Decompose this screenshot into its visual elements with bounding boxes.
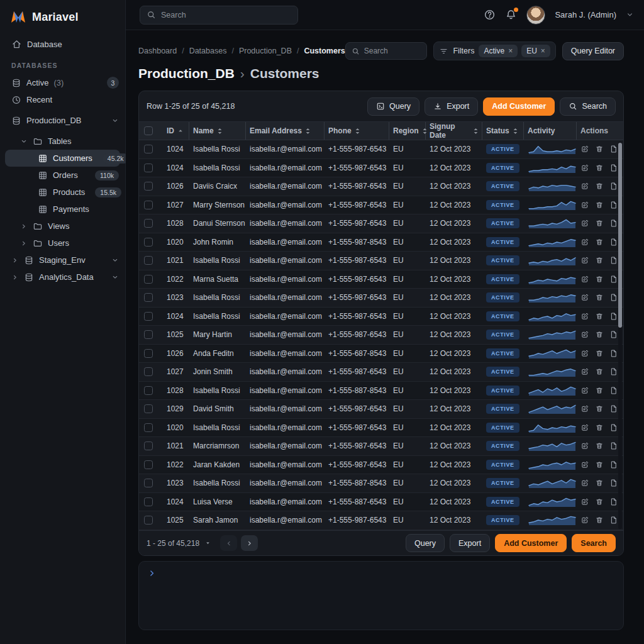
view-row-document-button[interactable]	[609, 423, 618, 432]
sort-icon[interactable]	[355, 127, 360, 135]
view-row-document-button[interactable]	[609, 330, 618, 339]
prev-page-button[interactable]	[220, 535, 237, 551]
remove-filter-icon[interactable]: ×	[508, 47, 513, 55]
search-button-footer[interactable]: Search	[572, 534, 616, 552]
view-row-document-button[interactable]	[609, 293, 618, 302]
row-checkbox[interactable]	[144, 182, 153, 191]
page-size-caret-icon[interactable]	[204, 540, 211, 547]
row-checkbox[interactable]	[144, 423, 153, 432]
table-row[interactable]: 1028Isabella Rossiisabella.r@email.com+1…	[139, 382, 623, 401]
view-row-document-button[interactable]	[609, 479, 618, 487]
view-row-document-button[interactable]	[609, 145, 618, 153]
scrollbar-thumb[interactable]	[618, 143, 622, 328]
export-button[interactable]: Export	[425, 97, 478, 116]
console-chevron-icon[interactable]	[148, 569, 614, 577]
sort-icon[interactable]	[513, 127, 518, 135]
row-checkbox[interactable]	[144, 386, 153, 395]
edit-row-button[interactable]	[580, 238, 589, 247]
sort-icon[interactable]	[217, 127, 223, 135]
row-checkbox[interactable]	[144, 479, 153, 487]
edit-row-button[interactable]	[580, 201, 589, 209]
edit-row-button[interactable]	[580, 293, 589, 302]
table-row[interactable]: 1026Daviis Craicxisabella.r@email.com+1-…	[139, 177, 623, 196]
breadcrumb-item-databases[interactable]: Databases	[189, 47, 227, 55]
table-row[interactable]: 1023Isabella Rossiisabella.r@email.com+1…	[139, 474, 623, 493]
row-checkbox[interactable]	[144, 256, 153, 265]
chevron-right-icon[interactable]	[11, 257, 19, 264]
row-checkbox[interactable]	[144, 460, 153, 469]
delete-row-button[interactable]	[595, 386, 604, 395]
column-header-phone[interactable]: Phone	[325, 122, 389, 140]
row-checkbox[interactable]	[144, 367, 153, 376]
filter-chip-active[interactable]: Active×	[479, 45, 518, 57]
query-button-footer[interactable]: Query	[406, 534, 445, 552]
sidebar-item-active[interactable]: Active (3)3	[0, 74, 125, 91]
chevron-down-icon[interactable]	[20, 138, 28, 145]
breadcrumb-item-dashboard[interactable]: Dashboard	[138, 47, 177, 55]
row-checkbox[interactable]	[144, 330, 153, 339]
delete-row-button[interactable]	[595, 441, 604, 450]
sidebar-item-payments[interactable]: Payments	[0, 201, 125, 218]
query-button[interactable]: Query	[367, 97, 419, 116]
filters-bar[interactable]: Filters Active×EU×	[433, 42, 555, 60]
delete-row-button[interactable]	[595, 460, 604, 469]
row-checkbox[interactable]	[144, 441, 153, 450]
sidebar-item-database[interactable]: Database	[0, 36, 125, 53]
select-all-checkbox[interactable]	[144, 126, 153, 135]
chevron-right-icon[interactable]	[20, 223, 28, 230]
sidebar-item-users[interactable]: Users	[0, 235, 125, 252]
chevron-right-icon[interactable]	[20, 240, 28, 247]
view-row-document-button[interactable]	[609, 201, 618, 209]
sidebar-item-views[interactable]: Views	[0, 218, 125, 235]
notifications-bell-icon[interactable]	[505, 9, 517, 21]
edit-row-button[interactable]	[580, 275, 589, 284]
global-search-input[interactable]	[161, 11, 291, 19]
edit-row-button[interactable]	[580, 312, 589, 321]
delete-row-button[interactable]	[595, 349, 604, 358]
row-checkbox[interactable]	[144, 164, 153, 172]
delete-row-button[interactable]	[595, 479, 604, 487]
delete-row-button[interactable]	[595, 330, 604, 339]
table-row[interactable]: 1026Anda Feditnisabella.r@email.com+1-55…	[139, 345, 623, 364]
avatar[interactable]	[526, 6, 545, 25]
row-checkbox[interactable]	[144, 349, 153, 358]
delete-row-button[interactable]	[595, 256, 604, 265]
row-checkbox[interactable]	[144, 404, 153, 413]
edit-row-button[interactable]	[580, 145, 589, 153]
delete-row-button[interactable]	[595, 238, 604, 247]
row-checkbox[interactable]	[144, 312, 153, 321]
sidebar-item-tables[interactable]: Tables	[0, 133, 125, 150]
edit-row-button[interactable]	[580, 423, 589, 432]
sidebar-item-production-db[interactable]: Production_DB	[0, 112, 125, 129]
edit-row-button[interactable]	[580, 460, 589, 469]
sidebar-item-recent[interactable]: Recent	[0, 91, 125, 108]
table-row[interactable]: 1023Isabella Rossiisabella.r@email.com+1…	[139, 289, 623, 308]
view-row-document-button[interactable]	[609, 275, 618, 284]
edit-row-button[interactable]	[580, 182, 589, 191]
delete-row-button[interactable]	[595, 516, 604, 525]
add-customer-button-footer[interactable]: Add Customer	[495, 534, 567, 552]
sort-icon[interactable]	[473, 127, 479, 135]
row-checkbox[interactable]	[144, 238, 153, 247]
user-name[interactable]: Sarah J. (Admin)	[555, 10, 616, 19]
edit-row-button[interactable]	[580, 386, 589, 395]
edit-row-button[interactable]	[580, 497, 589, 506]
delete-row-button[interactable]	[595, 404, 604, 413]
sort-icon[interactable]	[305, 127, 311, 135]
row-checkbox[interactable]	[144, 497, 153, 506]
view-row-document-button[interactable]	[609, 367, 618, 376]
view-row-document-button[interactable]	[609, 516, 618, 525]
edit-row-button[interactable]	[580, 256, 589, 265]
table-row[interactable]: 1022Marna Suettaisabella.r@email.com+1-5…	[139, 270, 623, 289]
view-row-document-button[interactable]	[609, 441, 618, 450]
column-header-email-address[interactable]: Email Address	[246, 122, 325, 140]
edit-row-button[interactable]	[580, 479, 589, 487]
export-button-footer[interactable]: Export	[450, 534, 490, 552]
delete-row-button[interactable]	[595, 367, 604, 376]
view-row-document-button[interactable]	[609, 164, 618, 172]
edit-row-button[interactable]	[580, 441, 589, 450]
table-row[interactable]: 1020John Rominisabella.r@email.com+1-555…	[139, 233, 623, 252]
delete-row-button[interactable]	[595, 219, 604, 228]
column-header-signup-date[interactable]: Signup Date	[426, 122, 482, 140]
view-row-document-button[interactable]	[609, 256, 618, 265]
